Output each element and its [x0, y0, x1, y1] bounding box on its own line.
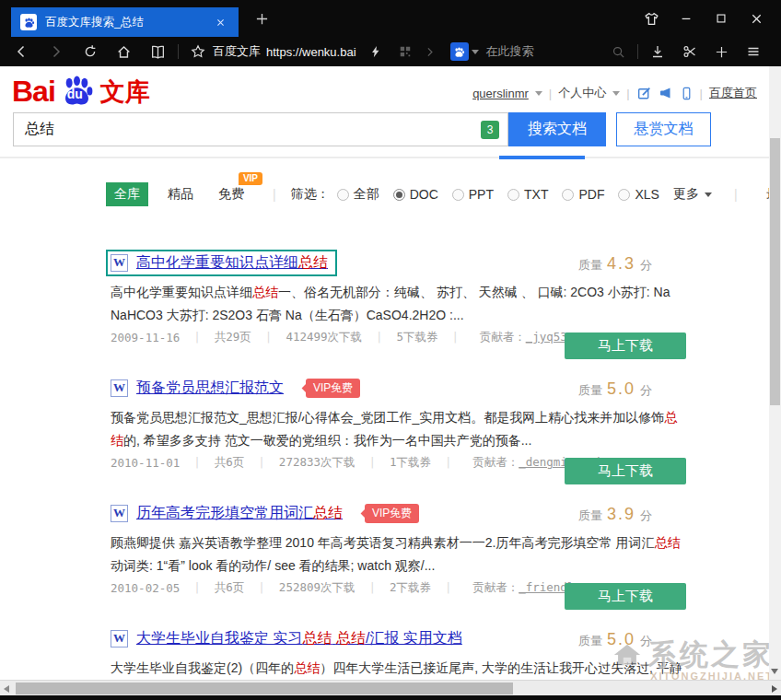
close-button[interactable]: [739, 0, 774, 37]
search-engine-paw-icon[interactable]: [450, 42, 469, 61]
lightning-icon[interactable]: [369, 45, 382, 58]
maximize-button[interactable]: [704, 0, 739, 37]
radio-icon[interactable]: [562, 189, 574, 201]
radio-selected-icon[interactable]: [393, 189, 405, 201]
separator: |: [549, 87, 552, 100]
quality-unit: 分: [640, 634, 652, 648]
scope-tab[interactable]: 精品: [168, 186, 193, 203]
phone-icon[interactable]: [680, 87, 694, 100]
search-input[interactable]: 总结 3: [13, 112, 508, 146]
chevron-down-icon: [705, 192, 712, 197]
minimize-button[interactable]: [669, 0, 704, 37]
doc-type-option[interactable]: DOC: [393, 187, 438, 202]
megaphone-icon[interactable]: [659, 86, 673, 100]
search-icon[interactable]: [612, 45, 625, 59]
tab-favicon-paw-icon: [20, 14, 37, 30]
main-menu-icon[interactable]: [746, 44, 761, 59]
scroll-down-arrow-icon[interactable]: [771, 669, 778, 674]
vip-free-badge: VIP免费: [306, 379, 360, 398]
baidu-home-link[interactable]: 百度首页: [709, 85, 757, 101]
refresh-icon[interactable]: [83, 44, 98, 59]
vertical-scrollbar[interactable]: [769, 66, 781, 680]
result-page-count: 共29页: [180, 330, 251, 345]
reward-docs-button[interactable]: 悬赏文档: [616, 112, 711, 146]
radio-icon[interactable]: [618, 189, 630, 201]
result-page-count: 共6页: [180, 580, 244, 596]
radio-icon[interactable]: [452, 189, 464, 201]
contributor-label: 贡献者：: [472, 455, 519, 469]
horizontal-scrollbar-thumb[interactable]: [16, 682, 513, 694]
doc-type-option[interactable]: TXT: [507, 187, 548, 202]
new-tab-button[interactable]: [251, 6, 273, 30]
result-title-link[interactable]: 大学生毕业自我鉴定 实习总结 总结/汇报 实用文档: [136, 629, 462, 648]
qr-code-icon[interactable]: [399, 45, 412, 58]
quality-unit: 分: [640, 383, 652, 397]
favorite-star-icon[interactable]: [191, 44, 205, 59]
scope-tab[interactable]: 全库: [106, 182, 148, 206]
vip-free-badge: VIP免费: [365, 504, 419, 523]
titlebar: 百度文库搜索_总结: [0, 0, 781, 37]
quality-score: 质量5.0分: [578, 630, 652, 649]
separator: |: [273, 187, 276, 202]
skin-theme-icon[interactable]: [634, 0, 669, 37]
quality-score: 质量4.3分: [578, 254, 652, 274]
separator: |: [734, 187, 738, 202]
vertical-scrollbar-thumb[interactable]: [770, 138, 780, 405]
radio-icon[interactable]: [337, 189, 349, 201]
scroll-left-arrow-icon[interactable]: [4, 685, 9, 693]
content-divider: [0, 157, 770, 158]
forward-icon[interactable]: [49, 44, 64, 59]
page-content: Bai du 文库 querslinmr | 个人中心 | | 百度首页 总结 …: [0, 66, 781, 680]
horizontal-scrollbar[interactable]: [0, 680, 781, 695]
address-site-name[interactable]: 百度文库: [213, 43, 261, 60]
quality-score: 质量3.9分: [578, 505, 652, 524]
download-now-button[interactable]: 马上下载: [565, 583, 686, 610]
add-plus-icon[interactable]: [715, 45, 729, 59]
scissors-screenshot-icon[interactable]: [682, 44, 697, 59]
browser-toolbar: 百度文库 https://wenku.bai 在此搜索: [0, 37, 781, 66]
result-title-link[interactable]: 高中化学重要知识点详细总结: [136, 253, 328, 273]
result-title-link[interactable]: 历年高考完形填空常用词汇总结: [136, 504, 343, 523]
home-icon[interactable]: [116, 44, 132, 60]
toolbar-divider: [637, 44, 638, 59]
download-now-button[interactable]: 马上下载: [565, 458, 686, 484]
user-center-link[interactable]: 个人中心: [558, 85, 606, 101]
search-docs-button[interactable]: 搜索文档: [508, 112, 606, 146]
engine-dropdown-caret-icon[interactable]: [472, 50, 479, 54]
quality-label: 质量: [578, 383, 602, 397]
doc-type-label: DOC: [410, 187, 438, 202]
address-url[interactable]: https://wenku.bai: [266, 45, 356, 59]
doc-type-option[interactable]: XLS: [618, 187, 659, 202]
chevron-down-icon[interactable]: [535, 91, 542, 96]
browser-search-input[interactable]: 在此搜索: [486, 43, 604, 60]
baidu-paw-icon: du: [56, 73, 98, 107]
username-link[interactable]: querslinmr: [472, 87, 529, 100]
scope-tab[interactable]: 免费VIP: [218, 186, 244, 203]
doc-type-option[interactable]: 全部: [337, 186, 379, 203]
browser-tab[interactable]: 百度文库搜索_总结: [11, 7, 239, 37]
scroll-right-arrow-icon[interactable]: [772, 685, 777, 693]
download-manager-icon[interactable]: [650, 44, 665, 59]
filter-row: 全库精品免费VIP | 筛选： 全部DOCPPTTXTPDFXLS 更多 | 最…: [114, 182, 781, 206]
compose-edit-icon[interactable]: [636, 86, 652, 101]
scope-tabs: 全库精品免费VIP: [114, 182, 269, 206]
result-price: 5下载券: [362, 330, 438, 345]
doc-type-option[interactable]: PPT: [452, 187, 494, 202]
search-result-item: W 大学生毕业自我鉴定 实习总结 总结/汇报 实用文档 质量5.0分 大学生毕业…: [111, 617, 689, 680]
download-now-button[interactable]: 马上下载: [565, 332, 686, 359]
baidu-wenku-logo[interactable]: Bai du 文库: [12, 73, 150, 107]
tab-close-icon[interactable]: [212, 16, 229, 29]
result-title-row: W 历年高考完形填空常用词汇总结 VIP免费 质量3.9分: [111, 499, 689, 527]
doc-type-option[interactable]: PDF: [562, 187, 604, 202]
more-types-dropdown[interactable]: 更多: [673, 186, 712, 203]
result-title-row: W 高中化学重要知识点详细总结 质量4.3分: [111, 249, 689, 276]
result-title-link[interactable]: 预备党员思想汇报范文: [136, 379, 284, 398]
radio-icon[interactable]: [507, 189, 519, 201]
expand-chevron-icon[interactable]: [424, 46, 436, 58]
window-controls: [634, 0, 774, 37]
chevron-down-icon[interactable]: [612, 91, 620, 96]
doc-type-label: PPT: [469, 187, 494, 202]
result-download-count: 252809次下载: [244, 580, 355, 596]
back-icon[interactable]: [14, 44, 29, 59]
reading-mode-book-icon[interactable]: [150, 44, 166, 60]
